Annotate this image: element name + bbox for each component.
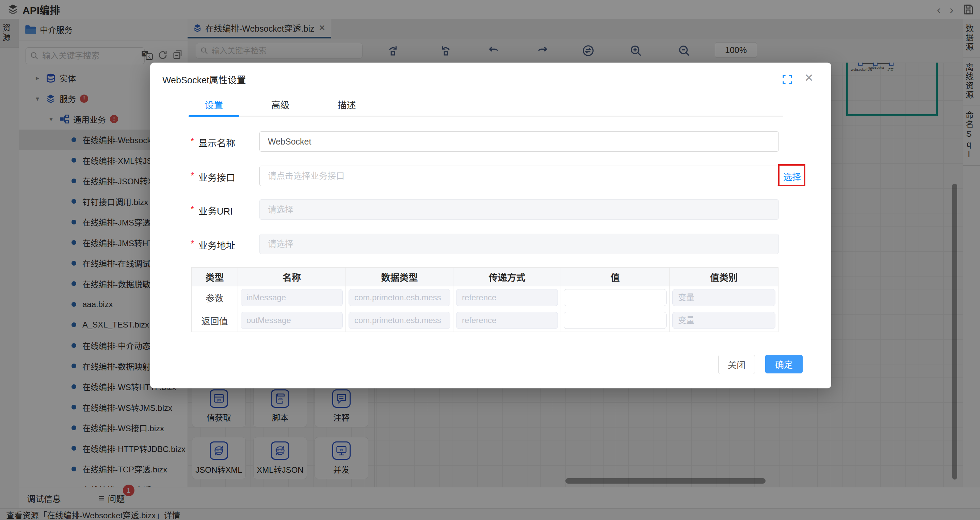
field-row-business-interface: * 业务接口 选择: [150, 166, 831, 186]
business-address-input[interactable]: [259, 234, 779, 254]
required-star: *: [191, 204, 194, 215]
business-interface-input[interactable]: [259, 166, 779, 186]
col-header-data-type: 数据类型: [346, 268, 453, 286]
close-icon[interactable]: ✕: [804, 71, 813, 84]
param-data-type-input: [348, 289, 450, 306]
parameters-table: 类型 名称 数据类型 传递方式 值 值类别 参数 返回值: [191, 267, 778, 332]
field-label: 显示名称: [199, 136, 235, 149]
col-header-value-category: 值类别: [670, 268, 778, 286]
param-name-input: [241, 312, 343, 329]
confirm-button[interactable]: 确定: [765, 355, 803, 373]
close-button[interactable]: 关闭: [718, 355, 755, 374]
row-type: 参数: [192, 286, 238, 309]
modal-tabs: 设置 高级 描述: [189, 98, 388, 111]
required-star: *: [191, 238, 194, 249]
field-row-display-name: * 显示名称: [150, 131, 831, 152]
row-type: 返回值: [192, 309, 238, 332]
required-star: *: [191, 170, 194, 181]
tab-advanced[interactable]: 高级: [255, 98, 305, 111]
param-value-input[interactable]: [564, 289, 667, 306]
websocket-properties-modal: WebSocket属性设置 ✕ 设置 高级 描述 * 显示名称 * 业务接口 选…: [150, 63, 831, 388]
modal-title: WebSocket属性设置: [162, 73, 246, 86]
table-row: 返回值: [192, 309, 778, 332]
param-name-input: [241, 289, 343, 306]
col-header-passing: 传递方式: [453, 268, 561, 286]
required-star: *: [191, 136, 194, 147]
field-label: 业务接口: [199, 170, 235, 184]
tab-description[interactable]: 描述: [321, 98, 372, 111]
param-data-type-input: [348, 312, 450, 329]
table-row: 参数: [192, 286, 778, 309]
col-header-value: 值: [561, 268, 670, 286]
active-tab-underline: [189, 115, 239, 117]
field-label: 业务地址: [199, 238, 235, 252]
col-header-name: 名称: [238, 268, 346, 286]
business-uri-input[interactable]: [259, 199, 779, 220]
field-label: 业务URI: [199, 204, 233, 217]
display-name-input[interactable]: [259, 131, 779, 152]
param-value-category-input: [672, 289, 775, 306]
param-value-input[interactable]: [564, 312, 667, 329]
tabs-track: [189, 116, 783, 117]
col-header-type: 类型: [192, 268, 238, 286]
field-row-business-address: * 业务地址: [150, 234, 831, 254]
param-passing-input: [456, 312, 558, 329]
field-row-business-uri: * 业务URI: [150, 199, 831, 220]
annotation-highlight-box: [778, 164, 805, 186]
fullscreen-icon[interactable]: [782, 74, 793, 85]
param-passing-input: [456, 289, 558, 306]
tab-settings[interactable]: 设置: [189, 98, 239, 111]
table-header-row: 类型 名称 数据类型 传递方式 值 值类别: [192, 268, 778, 286]
param-value-category-input: [672, 312, 775, 329]
